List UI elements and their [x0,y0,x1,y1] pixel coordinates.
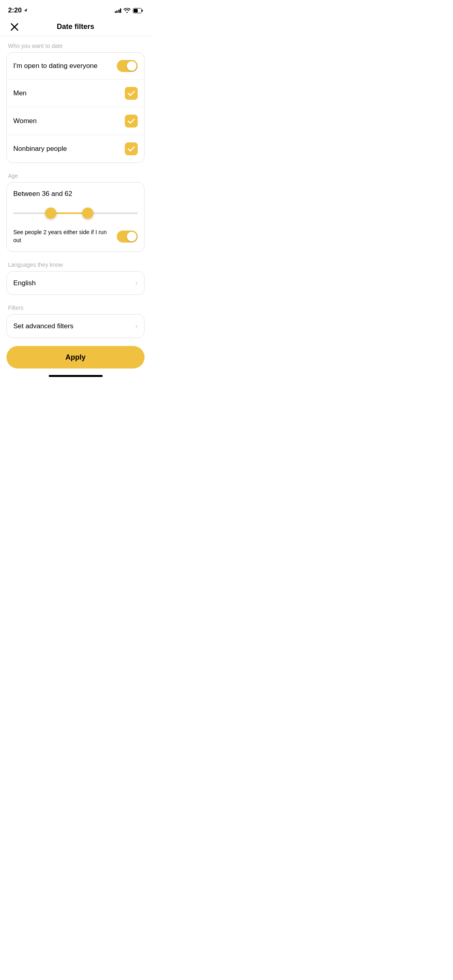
age-bottom-row: See people 2 years either side if I run … [13,229,138,244]
language-row[interactable]: English › [7,272,144,294]
home-bar [49,375,103,377]
age-range-slider[interactable] [13,206,138,220]
apply-button[interactable]: Apply [6,346,145,369]
women-checkbox[interactable] [125,115,138,128]
open-to-everyone-label: I'm open to dating everyone [13,62,97,70]
women-row: Women [7,107,144,135]
age-expand-toggle[interactable] [117,231,138,243]
nonbinary-row: Nonbinary people [7,135,144,163]
who-card: I'm open to dating everyone Men Women [6,52,145,163]
toggle-knob [127,61,137,71]
age-section-label: Age [6,166,145,182]
signal-icon [115,8,122,13]
content-area: Who you want to date I'm open to dating … [0,36,151,341]
toggle-knob-age [127,232,137,241]
open-to-everyone-toggle[interactable] [117,60,138,72]
advanced-filters-card: Set advanced filters › [6,314,145,338]
home-indicator [0,372,151,379]
navigation-icon [23,8,28,13]
language-card: English › [6,271,145,295]
advanced-filters-row[interactable]: Set advanced filters › [7,315,144,338]
advanced-filters-label: Set advanced filters [13,322,73,330]
apply-button-container: Apply [0,341,151,372]
languages-section-label: Languages they know [6,255,145,271]
age-card: Between 36 and 62 See people 2 years eit… [6,182,145,252]
age-expand-label: See people 2 years either side if I run … [13,229,112,244]
status-time: 2:20 [8,6,28,14]
nonbinary-checkbox[interactable] [125,142,138,155]
language-value: English [13,279,36,287]
age-range-text: Between 36 and 62 [13,190,138,198]
battery-icon [133,8,143,13]
close-button[interactable] [8,21,21,33]
men-row: Men [7,80,144,107]
range-thumb-min[interactable] [45,208,56,219]
header: Date filters [0,18,151,36]
range-thumb-max[interactable] [82,208,93,219]
time-label: 2:20 [8,6,22,14]
men-checkbox[interactable] [125,87,138,100]
page-title: Date filters [57,23,94,31]
men-label: Men [13,89,27,97]
who-section-label: Who you want to date [6,36,145,52]
status-icons [115,8,143,13]
chevron-right-icon-filters: › [135,322,138,330]
status-bar: 2:20 [0,0,151,18]
chevron-right-icon: › [135,279,138,287]
wifi-icon [124,8,130,13]
open-to-everyone-row: I'm open to dating everyone [7,53,144,80]
svg-rect-2 [134,9,138,12]
svg-rect-1 [142,10,143,12]
nonbinary-label: Nonbinary people [13,145,67,153]
filters-section-label: Filters [6,298,145,314]
women-label: Women [13,117,37,125]
